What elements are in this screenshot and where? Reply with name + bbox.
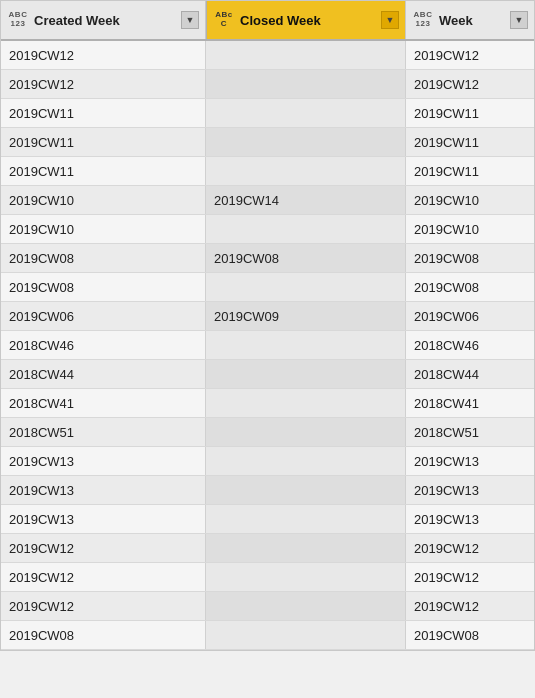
table-row: 2019CW132019CW13 — [1, 447, 534, 476]
week-col-dropdown[interactable]: ▼ — [510, 11, 528, 29]
closed-col-dropdown[interactable]: ▼ — [381, 11, 399, 29]
table-row: 2019CW122019CW12 — [1, 592, 534, 621]
cell-week: 2019CW08 — [406, 244, 534, 272]
table-row: 2018CW442018CW44 — [1, 360, 534, 389]
column-header-closed[interactable]: ABc C Closed Week ▼ — [206, 1, 406, 39]
cell-created: 2019CW13 — [1, 505, 206, 533]
cell-week: 2019CW12 — [406, 41, 534, 69]
cell-created: 2018CW46 — [1, 331, 206, 359]
cell-week: 2019CW10 — [406, 215, 534, 243]
table-row: 2019CW122019CW12 — [1, 70, 534, 99]
cell-closed — [206, 99, 406, 127]
cell-week: 2019CW13 — [406, 447, 534, 475]
cell-created: 2019CW12 — [1, 534, 206, 562]
cell-week: 2019CW12 — [406, 534, 534, 562]
cell-created: 2019CW13 — [1, 476, 206, 504]
cell-week: 2019CW08 — [406, 621, 534, 649]
cell-closed — [206, 128, 406, 156]
cell-week: 2019CW11 — [406, 157, 534, 185]
cell-closed — [206, 70, 406, 98]
created-col-label: Created Week — [34, 13, 179, 28]
table-row: 2019CW112019CW11 — [1, 128, 534, 157]
cell-created: 2019CW08 — [1, 621, 206, 649]
cell-created: 2019CW11 — [1, 157, 206, 185]
created-col-dropdown[interactable]: ▼ — [181, 11, 199, 29]
cell-created: 2019CW11 — [1, 99, 206, 127]
table-row: 2019CW062019CW092019CW06 — [1, 302, 534, 331]
table-row: 2019CW102019CW142019CW10 — [1, 186, 534, 215]
cell-created: 2019CW12 — [1, 592, 206, 620]
table-row: 2019CW082019CW082019CW08 — [1, 244, 534, 273]
column-header-created[interactable]: ABC 123 Created Week ▼ — [1, 1, 206, 39]
cell-week: 2019CW06 — [406, 302, 534, 330]
created-col-icon: ABC 123 — [7, 11, 29, 29]
table-row: 2019CW112019CW11 — [1, 99, 534, 128]
table-row: 2019CW122019CW12 — [1, 534, 534, 563]
cell-created: 2019CW12 — [1, 70, 206, 98]
data-table: ABC 123 Created Week ▼ ABc C Closed Week… — [0, 0, 535, 651]
cell-closed: 2019CW14 — [206, 186, 406, 214]
cell-closed — [206, 447, 406, 475]
cell-closed — [206, 41, 406, 69]
cell-created: 2019CW06 — [1, 302, 206, 330]
table-row: 2018CW412018CW41 — [1, 389, 534, 418]
cell-closed — [206, 476, 406, 504]
cell-week: 2019CW13 — [406, 505, 534, 533]
cell-closed — [206, 505, 406, 533]
cell-week: 2018CW46 — [406, 331, 534, 359]
cell-closed — [206, 273, 406, 301]
table-row: 2019CW122019CW12 — [1, 41, 534, 70]
table-row: 2019CW082019CW08 — [1, 621, 534, 650]
table-row: 2019CW082019CW08 — [1, 273, 534, 302]
cell-week: 2019CW12 — [406, 563, 534, 591]
cell-created: 2019CW08 — [1, 273, 206, 301]
cell-created: 2019CW13 — [1, 447, 206, 475]
week-col-label: Week — [439, 13, 508, 28]
cell-week: 2018CW44 — [406, 360, 534, 388]
table-row: 2019CW102019CW10 — [1, 215, 534, 244]
cell-week: 2019CW12 — [406, 70, 534, 98]
week-col-icon: ABC 123 — [412, 11, 434, 29]
cell-closed: 2019CW08 — [206, 244, 406, 272]
table-header: ABC 123 Created Week ▼ ABc C Closed Week… — [1, 1, 534, 41]
cell-created: 2019CW12 — [1, 563, 206, 591]
cell-closed — [206, 592, 406, 620]
cell-created: 2019CW12 — [1, 41, 206, 69]
cell-closed — [206, 534, 406, 562]
cell-week: 2019CW10 — [406, 186, 534, 214]
cell-closed — [206, 157, 406, 185]
cell-week: 2019CW13 — [406, 476, 534, 504]
cell-created: 2019CW10 — [1, 215, 206, 243]
table-row: 2018CW462018CW46 — [1, 331, 534, 360]
cell-closed — [206, 563, 406, 591]
cell-week: 2019CW11 — [406, 128, 534, 156]
cell-closed — [206, 389, 406, 417]
table-row: 2019CW132019CW13 — [1, 476, 534, 505]
cell-closed — [206, 621, 406, 649]
cell-closed — [206, 331, 406, 359]
cell-closed — [206, 360, 406, 388]
table-row: 2019CW112019CW11 — [1, 157, 534, 186]
table-body: 2019CW122019CW122019CW122019CW122019CW11… — [1, 41, 534, 650]
table-row: 2019CW132019CW13 — [1, 505, 534, 534]
cell-created: 2019CW11 — [1, 128, 206, 156]
table-row: 2019CW122019CW12 — [1, 563, 534, 592]
cell-created: 2018CW44 — [1, 360, 206, 388]
cell-created: 2019CW08 — [1, 244, 206, 272]
cell-created: 2019CW10 — [1, 186, 206, 214]
cell-closed — [206, 418, 406, 446]
cell-week: 2019CW12 — [406, 592, 534, 620]
column-header-week[interactable]: ABC 123 Week ▼ — [406, 1, 534, 39]
cell-created: 2018CW51 — [1, 418, 206, 446]
cell-week: 2018CW41 — [406, 389, 534, 417]
cell-closed — [206, 215, 406, 243]
closed-col-label: Closed Week — [240, 13, 379, 28]
cell-closed: 2019CW09 — [206, 302, 406, 330]
cell-week: 2019CW11 — [406, 99, 534, 127]
cell-created: 2018CW41 — [1, 389, 206, 417]
cell-week: 2018CW51 — [406, 418, 534, 446]
cell-week: 2019CW08 — [406, 273, 534, 301]
table-row: 2018CW512018CW51 — [1, 418, 534, 447]
closed-col-icon: ABc C — [213, 11, 235, 29]
